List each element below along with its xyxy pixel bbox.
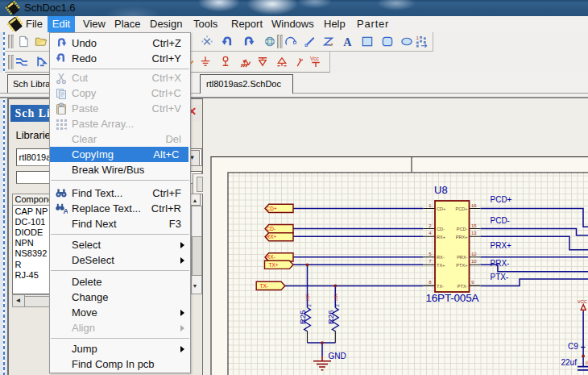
svg-text:RX-: RX- [266,254,275,260]
svg-text:PTX-: PTX- [457,284,467,289]
svg-text:TX-: TX- [259,283,267,289]
svg-text:CD+: CD+ [437,206,445,211]
svg-text:PRX-: PRX- [457,255,468,260]
svg-text:15: 15 [471,223,477,228]
svg-text:RX+: RX+ [266,234,276,240]
svg-text:PCD+: PCD+ [455,206,467,211]
svg-text:PCD+: PCD+ [490,195,511,204]
svg-text:RX+: RX+ [437,235,445,240]
svg-text:PCD-: PCD- [456,227,467,231]
svg-text:22uf: 22uf [561,358,577,367]
svg-text:TX+: TX+ [437,263,445,268]
svg-text:Vcc: Vcc [310,56,320,61]
svg-text:PTX-: PTX- [490,273,508,281]
svg-text:10: 10 [584,360,588,365]
svg-text:12: 12 [471,252,477,256]
svg-text:PRX+: PRX+ [490,241,511,250]
svg-text:PRX+: PRX+ [455,235,467,240]
svg-text:TX-: TX- [437,284,444,289]
svg-text:A: A [343,35,352,48]
svg-text:VCC: VCC [578,299,587,304]
svg-text:C9: C9 [568,342,578,351]
svg-text:TX+: TX+ [268,262,278,268]
svg-text:10R: 10R [305,294,310,302]
svg-text:R26: R26 [325,310,334,324]
svg-text:R25: R25 [298,310,307,324]
svg-text:16: 16 [471,203,477,208]
svg-text:PTX+: PTX+ [456,263,467,268]
svg-text:CD-: CD- [266,226,275,231]
svg-text:RX-: RX- [437,255,445,260]
svg-text:CD+: CD+ [266,206,276,211]
svg-text:U8: U8 [434,184,448,196]
svg-text:PCD-: PCD- [490,216,509,225]
svg-text:10R: 10R [333,294,337,302]
svg-text:1: 1 [416,35,419,40]
svg-text:CD-: CD- [437,227,445,231]
svg-text:GND: GND [328,352,346,360]
svg-text:10: 10 [471,259,477,264]
svg-text:16PT-005A: 16PT-005A [425,292,478,304]
svg-text:A: A [64,207,68,215]
svg-text:PRX-: PRX- [490,259,509,268]
svg-text:13: 13 [471,231,477,235]
